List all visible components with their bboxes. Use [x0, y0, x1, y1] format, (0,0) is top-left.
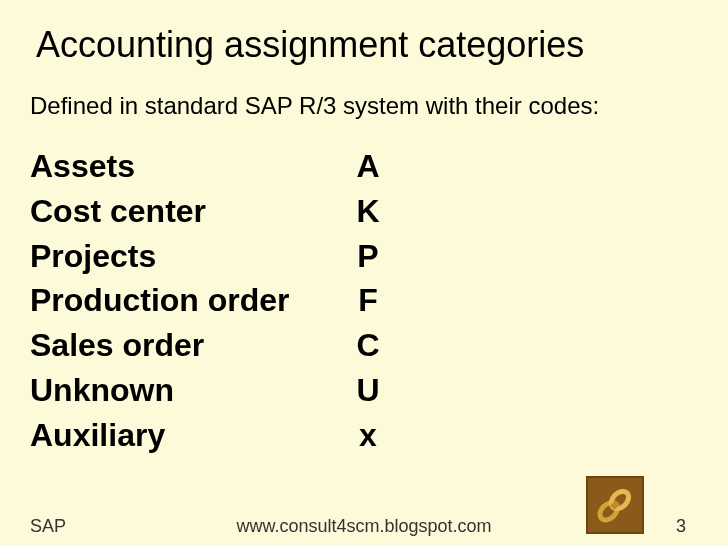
list-item: Unknown U	[30, 368, 698, 413]
list-item: Production order F	[30, 278, 698, 323]
slide-title: Accounting assignment categories	[36, 24, 698, 66]
category-list: Assets A Cost center K Projects P Produc…	[30, 144, 698, 458]
list-item: Auxiliary x	[30, 413, 698, 458]
category-code: C	[338, 323, 398, 368]
list-item: Cost center K	[30, 189, 698, 234]
footer-url: www.consult4scm.blogspot.com	[236, 516, 491, 537]
category-code: A	[338, 144, 398, 189]
slide: Accounting assignment categories Defined…	[0, 0, 728, 546]
category-code: F	[338, 278, 398, 323]
page-number: 3	[676, 516, 686, 537]
category-name: Projects	[30, 234, 338, 279]
footer-left-text: SAP	[30, 516, 66, 537]
list-item: Projects P	[30, 234, 698, 279]
category-name: Auxiliary	[30, 413, 338, 458]
list-item: Assets A	[30, 144, 698, 189]
category-code: K	[338, 189, 398, 234]
category-name: Sales order	[30, 323, 338, 368]
list-item: Sales order C	[30, 323, 698, 368]
category-code: U	[338, 368, 398, 413]
category-name: Production order	[30, 278, 338, 323]
category-name: Cost center	[30, 189, 338, 234]
slide-subtitle: Defined in standard SAP R/3 system with …	[30, 92, 698, 120]
category-name: Assets	[30, 144, 338, 189]
category-code: x	[338, 413, 398, 458]
category-name: Unknown	[30, 368, 338, 413]
category-code: P	[338, 234, 398, 279]
chain-link-icon	[586, 476, 644, 534]
